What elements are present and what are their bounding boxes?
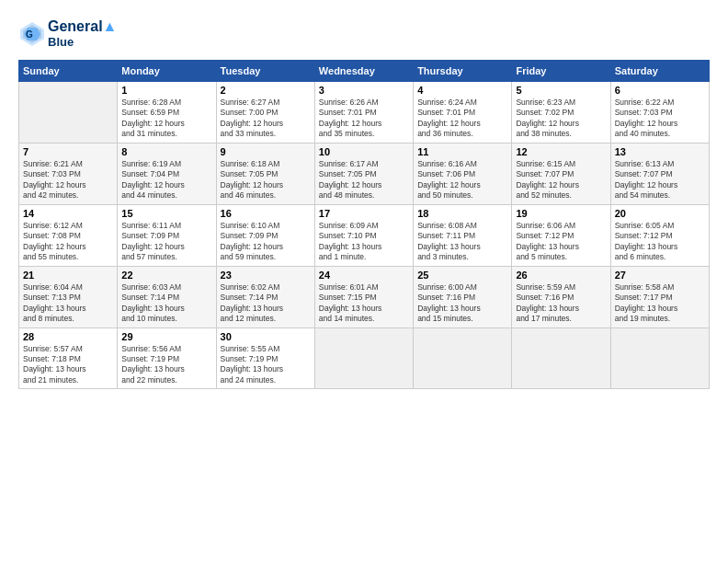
day-number: 9 [221,146,311,157]
logo-icon: G [18,20,46,48]
column-header-monday: Monday [118,61,216,82]
day-cell: 15Sunrise: 6:11 AM Sunset: 7:09 PM Dayli… [118,204,216,266]
day-info: Sunrise: 6:01 AM Sunset: 7:15 PM Dayligh… [319,282,409,325]
day-info: Sunrise: 6:10 AM Sunset: 7:09 PM Dayligh… [221,221,311,263]
day-number: 22 [121,270,211,281]
day-info: Sunrise: 6:05 AM Sunset: 7:12 PM Dayligh… [615,221,705,263]
day-info: Sunrise: 6:02 AM Sunset: 7:14 PM Dayligh… [221,282,311,325]
day-cell: 23Sunrise: 6:02 AM Sunset: 7:14 PM Dayli… [216,266,314,327]
day-number: 2 [221,85,311,96]
day-cell: 26Sunrise: 5:59 AM Sunset: 7:16 PM Dayli… [512,266,610,327]
day-number: 6 [615,85,705,96]
day-cell: 19Sunrise: 6:06 AM Sunset: 7:12 PM Dayli… [512,204,610,266]
day-cell: 14Sunrise: 6:12 AM Sunset: 7:08 PM Dayli… [19,204,118,266]
page: G General▲ Blue SundayMondayTuesdayWedne… [0,0,728,563]
day-cell: 24Sunrise: 6:01 AM Sunset: 7:15 PM Dayli… [314,266,413,327]
week-row-2: 7Sunrise: 6:21 AM Sunset: 7:03 PM Daylig… [19,143,710,204]
day-number: 21 [23,270,113,281]
day-info: Sunrise: 6:12 AM Sunset: 7:08 PM Dayligh… [23,221,113,263]
day-cell: 30Sunrise: 5:55 AM Sunset: 7:19 PM Dayli… [216,327,314,389]
day-info: Sunrise: 6:13 AM Sunset: 7:07 PM Dayligh… [615,159,705,201]
column-header-friday: Friday [512,61,610,82]
day-info: Sunrise: 6:04 AM Sunset: 7:13 PM Dayligh… [23,282,113,325]
day-cell [19,82,118,144]
calendar-table: SundayMondayTuesdayWednesdayThursdayFrid… [18,60,710,389]
day-number: 13 [615,146,705,157]
week-row-1: 1Sunrise: 6:28 AM Sunset: 6:59 PM Daylig… [19,82,710,144]
day-number: 23 [221,270,311,281]
column-header-tuesday: Tuesday [216,61,314,82]
day-info: Sunrise: 5:56 AM Sunset: 7:19 PM Dayligh… [121,344,211,386]
day-cell: 9Sunrise: 6:18 AM Sunset: 7:05 PM Daylig… [216,143,314,204]
day-info: Sunrise: 6:11 AM Sunset: 7:09 PM Dayligh… [121,221,211,263]
day-info: Sunrise: 6:28 AM Sunset: 6:59 PM Dayligh… [121,98,211,140]
day-number: 10 [319,146,409,157]
day-number: 19 [516,208,606,219]
day-info: Sunrise: 6:26 AM Sunset: 7:01 PM Dayligh… [319,98,409,140]
day-info: Sunrise: 6:22 AM Sunset: 7:03 PM Dayligh… [615,98,705,140]
day-info: Sunrise: 6:09 AM Sunset: 7:10 PM Dayligh… [319,221,409,263]
week-row-3: 14Sunrise: 6:12 AM Sunset: 7:08 PM Dayli… [19,204,710,266]
day-cell: 4Sunrise: 6:24 AM Sunset: 7:01 PM Daylig… [414,82,512,144]
day-number: 26 [516,270,606,281]
day-cell [512,327,610,389]
day-number: 30 [221,331,311,342]
day-cell: 22Sunrise: 6:03 AM Sunset: 7:14 PM Dayli… [118,266,216,327]
day-cell: 12Sunrise: 6:15 AM Sunset: 7:07 PM Dayli… [512,143,610,204]
svg-text:G: G [26,29,33,40]
day-info: Sunrise: 6:21 AM Sunset: 7:03 PM Dayligh… [23,159,113,201]
day-number: 27 [615,270,705,281]
day-number: 11 [417,146,507,157]
day-info: Sunrise: 6:19 AM Sunset: 7:04 PM Dayligh… [121,159,211,201]
day-number: 20 [615,208,705,219]
day-cell: 28Sunrise: 5:57 AM Sunset: 7:18 PM Dayli… [19,327,118,389]
day-number: 24 [319,270,409,281]
day-info: Sunrise: 6:08 AM Sunset: 7:11 PM Dayligh… [417,221,507,263]
day-cell: 1Sunrise: 6:28 AM Sunset: 6:59 PM Daylig… [118,82,216,144]
day-info: Sunrise: 6:24 AM Sunset: 7:01 PM Dayligh… [417,98,507,140]
day-info: Sunrise: 5:59 AM Sunset: 7:16 PM Dayligh… [516,282,606,325]
column-header-wednesday: Wednesday [314,61,413,82]
day-cell: 5Sunrise: 6:23 AM Sunset: 7:02 PM Daylig… [512,82,610,144]
day-cell [414,327,512,389]
day-cell: 17Sunrise: 6:09 AM Sunset: 7:10 PM Dayli… [314,204,413,266]
week-row-4: 21Sunrise: 6:04 AM Sunset: 7:13 PM Dayli… [19,266,710,327]
day-info: Sunrise: 6:16 AM Sunset: 7:06 PM Dayligh… [417,159,507,201]
day-info: Sunrise: 5:58 AM Sunset: 7:17 PM Dayligh… [615,282,705,325]
day-number: 25 [417,270,507,281]
day-cell: 7Sunrise: 6:21 AM Sunset: 7:03 PM Daylig… [19,143,118,204]
day-number: 5 [516,85,606,96]
day-cell: 2Sunrise: 6:27 AM Sunset: 7:00 PM Daylig… [216,82,314,144]
day-info: Sunrise: 5:55 AM Sunset: 7:19 PM Dayligh… [221,344,311,386]
column-header-thursday: Thursday [414,61,512,82]
day-cell: 20Sunrise: 6:05 AM Sunset: 7:12 PM Dayli… [610,204,709,266]
day-number: 7 [23,146,113,157]
day-cell [314,327,413,389]
day-number: 28 [23,331,113,342]
day-number: 8 [121,146,211,157]
day-cell: 25Sunrise: 6:00 AM Sunset: 7:16 PM Dayli… [414,266,512,327]
day-number: 12 [516,146,606,157]
day-cell: 8Sunrise: 6:19 AM Sunset: 7:04 PM Daylig… [118,143,216,204]
day-number: 14 [23,208,113,219]
day-info: Sunrise: 6:23 AM Sunset: 7:02 PM Dayligh… [516,98,606,140]
day-cell: 11Sunrise: 6:16 AM Sunset: 7:06 PM Dayli… [414,143,512,204]
day-cell: 16Sunrise: 6:10 AM Sunset: 7:09 PM Dayli… [216,204,314,266]
day-info: Sunrise: 6:18 AM Sunset: 7:05 PM Dayligh… [221,159,311,201]
day-number: 17 [319,208,409,219]
day-info: Sunrise: 6:27 AM Sunset: 7:00 PM Dayligh… [221,98,311,140]
day-cell: 27Sunrise: 5:58 AM Sunset: 7:17 PM Dayli… [610,266,709,327]
day-info: Sunrise: 6:17 AM Sunset: 7:05 PM Dayligh… [319,159,409,201]
day-cell: 6Sunrise: 6:22 AM Sunset: 7:03 PM Daylig… [610,82,709,144]
logo-text: General▲ Blue [48,18,117,49]
day-number: 15 [121,208,211,219]
day-number: 4 [417,85,507,96]
day-number: 16 [221,208,311,219]
day-number: 1 [121,85,211,96]
day-cell: 10Sunrise: 6:17 AM Sunset: 7:05 PM Dayli… [314,143,413,204]
day-number: 29 [121,331,211,342]
week-row-5: 28Sunrise: 5:57 AM Sunset: 7:18 PM Dayli… [19,327,710,389]
day-number: 3 [319,85,409,96]
day-cell: 21Sunrise: 6:04 AM Sunset: 7:13 PM Dayli… [19,266,118,327]
day-info: Sunrise: 6:03 AM Sunset: 7:14 PM Dayligh… [121,282,211,325]
